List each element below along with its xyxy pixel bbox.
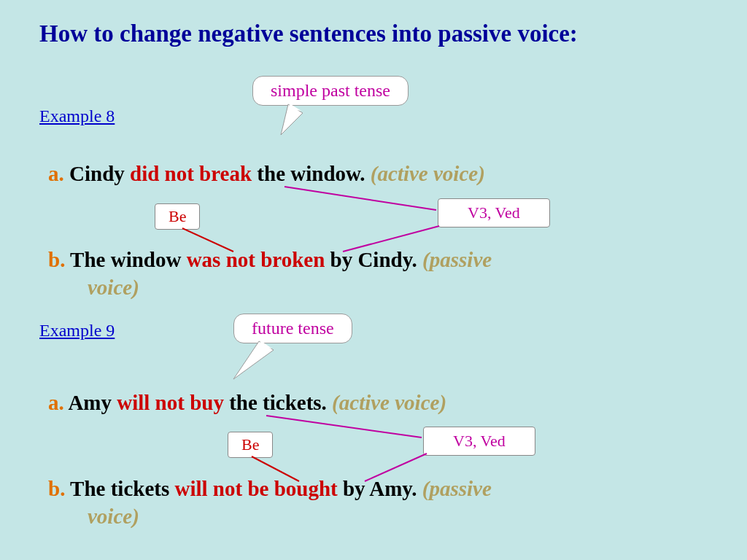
ex9-a-verb: will not buy [117, 391, 224, 414]
svg-line-8 [266, 416, 422, 438]
callout-future-tense: future tense [233, 314, 352, 343]
ex9-a-voice: (active voice) [332, 391, 446, 414]
ex8-b-voice1: (passive [422, 248, 492, 271]
svg-marker-0 [281, 104, 303, 135]
example-8-label: Example 8 [39, 106, 115, 126]
ex8-a-obj: the window. [252, 162, 371, 185]
ex8-a-subj: Cindy [64, 162, 130, 185]
ex8-passive-voice-wrap: voice) [88, 276, 139, 300]
callout-past-tense: simple past tense [252, 76, 409, 106]
ex9-v3-box: V3, Ved [423, 427, 535, 456]
slide-title: How to change negative sentences into pa… [39, 20, 578, 47]
ex8-v3-box: V3, Ved [438, 198, 550, 228]
ex8-b-verb: was not broken [187, 248, 325, 271]
ex8-a-prefix: a. [48, 162, 64, 185]
ex9-a-prefix: a. [48, 391, 64, 414]
ex9-b-subj: The tickets [65, 477, 174, 500]
ex8-be-box: Be [155, 203, 200, 230]
ex8-active-sentence: a. Cindy did not break the window. (acti… [48, 162, 485, 186]
ex9-passive-voice-wrap: voice) [88, 505, 139, 529]
ex9-b-voice2: voice) [88, 505, 139, 528]
ex9-a-subj: Amy [64, 391, 117, 414]
ex9-passive-sentence: b. The tickets will not be bought by Amy… [48, 477, 492, 501]
ex9-b-by: by Amy. [338, 477, 422, 500]
ex8-passive-sentence: b. The window was not broken by Cindy. (… [48, 248, 492, 272]
ex9-a-obj: the tickets. [224, 391, 332, 414]
ex8-b-subj: The window [65, 248, 186, 271]
ex8-b-voice2: voice) [88, 276, 139, 299]
ex8-a-verb: did not break [130, 162, 252, 185]
ex9-active-sentence: a. Amy will not buy the tickets. (active… [48, 391, 446, 415]
example-9-label: Example 9 [39, 321, 115, 341]
ex9-b-voice1: (passive [422, 477, 492, 500]
svg-line-3 [285, 187, 436, 210]
ex9-b-prefix: b. [48, 477, 65, 500]
slide: How to change negative sentences into pa… [0, 0, 747, 560]
svg-marker-5 [233, 341, 274, 379]
ex9-b-verb: will not be bought [175, 477, 338, 500]
ex9-be-box: Be [228, 432, 273, 458]
ex8-b-prefix: b. [48, 248, 65, 271]
ex8-b-by: by Cindy. [325, 248, 422, 271]
ex8-a-voice: (active voice) [371, 162, 485, 185]
